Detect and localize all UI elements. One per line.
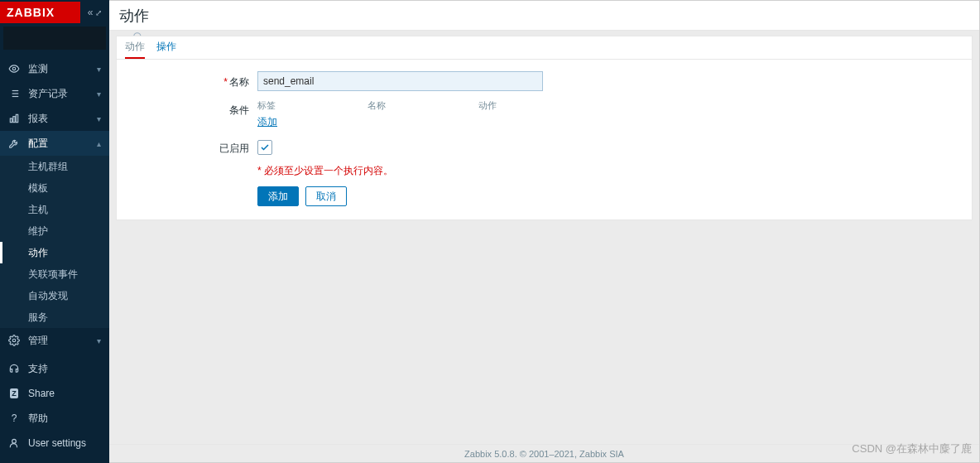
nav-user-settings[interactable]: User settings <box>0 431 109 456</box>
lower-nav: 支持 Z Share ? 帮助 User settings <box>0 356 109 456</box>
chevron-down-icon: ▾ <box>97 65 101 74</box>
svg-point-13 <box>12 439 17 443</box>
nav-support[interactable]: 支持 <box>0 356 109 381</box>
conditions-header: 标签 名称 动作 <box>257 99 588 115</box>
chevron-down-icon: ▾ <box>97 114 101 123</box>
row-error: * 必须至少设置一个执行内容。 <box>125 164 963 178</box>
enabled-checkbox[interactable] <box>257 140 272 155</box>
add-condition-link[interactable]: 添加 <box>257 116 277 128</box>
submit-button[interactable]: 添加 <box>257 186 299 206</box>
chart-icon <box>8 113 20 124</box>
enabled-label: 已启用 <box>125 137 257 156</box>
nav-label: 资产记录 <box>28 87 68 101</box>
tab-action[interactable]: 动作 <box>125 40 145 59</box>
list-icon <box>8 88 20 99</box>
condition-label: 条件 <box>125 99 257 118</box>
svg-rect-9 <box>10 118 12 123</box>
svg-point-12 <box>12 339 16 342</box>
tab-operation[interactable]: 操作 <box>156 40 176 59</box>
nav-label: 帮助 <box>28 412 48 426</box>
row-name: *名称 <box>125 71 963 91</box>
check-icon <box>260 142 270 152</box>
cond-head-action: 动作 <box>478 99 588 112</box>
cond-head-name: 名称 <box>368 99 478 112</box>
gear-icon <box>8 335 20 346</box>
nav-admin[interactable]: 管理 ▾ <box>0 328 109 353</box>
nav-label: User settings <box>28 437 86 449</box>
nav-inventory[interactable]: 资产记录 ▾ <box>0 81 109 106</box>
action-form: *名称 条件 标签 名称 动作 添加 <box>117 60 972 219</box>
sidebar: ZABBIX « ⤢ 监测 ▾ 资产记录 ▾ 报表 ▾ 配 <box>0 0 109 463</box>
nav-monitor[interactable]: 监测 ▾ <box>0 56 109 81</box>
sidebar-header: ZABBIX « ⤢ <box>0 0 109 25</box>
subnav-hosts[interactable]: 主机 <box>0 199 109 220</box>
subnav-event-correlation[interactable]: 关联项事件 <box>0 263 109 285</box>
eye-icon <box>8 63 20 75</box>
nav-config[interactable]: 配置 ▴ <box>0 131 109 156</box>
headset-icon <box>8 363 20 374</box>
share-icon: Z <box>8 388 20 398</box>
nav-label: 管理 <box>28 334 48 348</box>
name-label: *名称 <box>125 71 257 89</box>
row-conditions: 条件 标签 名称 动作 添加 <box>125 99 963 129</box>
svg-rect-10 <box>13 117 15 123</box>
chevron-up-icon: ▴ <box>97 139 101 148</box>
error-message: * 必须至少设置一个执行内容。 <box>257 165 393 176</box>
subnav-host-groups[interactable]: 主机群组 <box>0 156 109 177</box>
subnav-maintenance[interactable]: 维护 <box>0 220 109 242</box>
page-title: 动作 <box>109 1 979 31</box>
conditions-table: 标签 名称 动作 添加 <box>257 99 588 129</box>
search-row[interactable] <box>3 27 106 50</box>
nav-label: 配置 <box>28 137 48 151</box>
nav-label: Share <box>28 388 55 399</box>
tabs: 动作 操作 <box>117 36 972 60</box>
chevron-left-double-icon: « <box>88 7 94 18</box>
cond-head-tag: 标签 <box>257 99 368 112</box>
nav-label: 监测 <box>28 62 48 76</box>
subnav-actions[interactable]: 动作 <box>0 242 109 263</box>
svg-rect-11 <box>16 114 17 122</box>
chevron-down-icon: ▾ <box>97 336 101 345</box>
nav-label: 报表 <box>28 112 48 126</box>
brand-logo[interactable]: ZABBIX <box>0 2 80 23</box>
form-panel: 动作 操作 *名称 条件 标签 名称 动作 <box>116 36 973 220</box>
svg-point-2 <box>12 67 16 70</box>
user-icon <box>8 437 20 449</box>
subnav-templates[interactable]: 模板 <box>0 177 109 199</box>
nav-reports[interactable]: 报表 ▾ <box>0 106 109 131</box>
button-row: 添加 取消 <box>257 186 963 206</box>
question-icon: ? <box>8 412 20 424</box>
footer: Zabbix 5.0.8. © 2001–2021, Zabbix SIA <box>109 444 979 462</box>
expand-icon: ⤢ <box>95 8 102 17</box>
chevron-down-icon: ▾ <box>97 89 101 99</box>
content-wrap: 动作 操作 *名称 条件 标签 名称 动作 <box>109 31 979 444</box>
cancel-button[interactable]: 取消 <box>305 186 347 206</box>
nav-share[interactable]: Z Share <box>0 381 109 406</box>
row-enabled: 已启用 <box>125 137 963 156</box>
subnav-discovery[interactable]: 自动发现 <box>0 285 109 306</box>
main: 动作 动作 操作 *名称 条件 标签 <box>109 0 980 463</box>
subnav-services[interactable]: 服务 <box>0 306 109 328</box>
nav-label: 支持 <box>28 362 48 376</box>
name-input[interactable] <box>257 71 543 91</box>
wrench-icon <box>8 137 20 149</box>
subnav-config: 主机群组 模板 主机 维护 动作 关联项事件 自动发现 服务 <box>0 156 109 328</box>
sidebar-collapse-button[interactable]: « ⤢ <box>80 0 109 25</box>
nav-help[interactable]: ? 帮助 <box>0 406 109 431</box>
